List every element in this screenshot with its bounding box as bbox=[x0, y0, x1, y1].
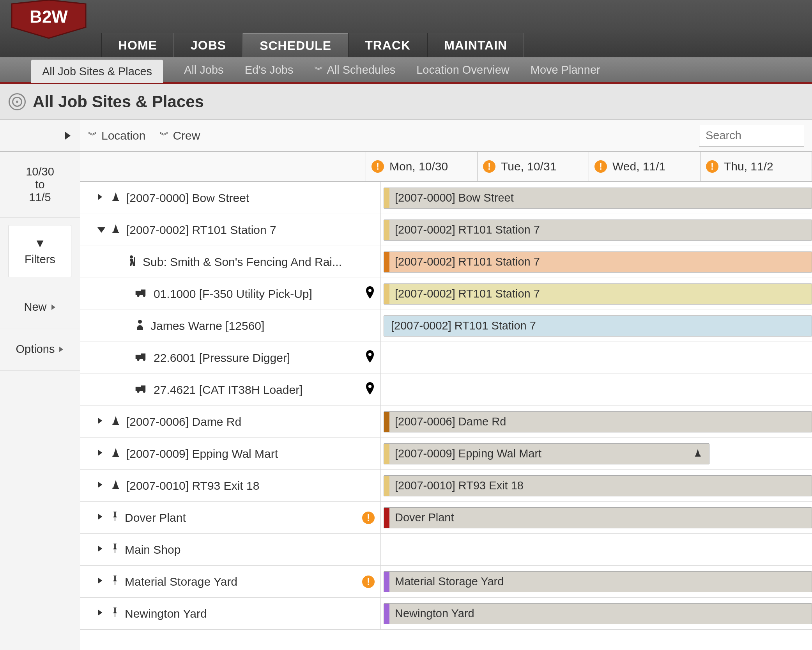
tree-cell[interactable]: [2007-0000] Bow Street bbox=[80, 182, 380, 214]
schedule-row: [2007-0006] Dame Rd[2007-0006] Dame Rd bbox=[80, 406, 812, 438]
gantt-cell: [2007-0002] RT101 Station 7 bbox=[380, 214, 812, 246]
nav-jobs[interactable]: JOBS bbox=[174, 33, 243, 57]
nav-track[interactable]: TRACK bbox=[348, 33, 427, 57]
truck-icon bbox=[135, 352, 148, 364]
day-label: Mon, 10/30 bbox=[389, 160, 448, 173]
subnav-eds-jobs[interactable]: Ed's Jobs bbox=[245, 64, 294, 76]
row-label: [2007-0010] RT93 Exit 18 bbox=[126, 479, 259, 492]
expand-toggle[interactable] bbox=[97, 193, 105, 203]
gantt-cell: Dover Plant bbox=[380, 502, 812, 533]
nav-schedule[interactable]: SCHEDULE bbox=[243, 33, 348, 57]
svg-point-2 bbox=[130, 255, 133, 259]
tree-cell[interactable]: Main Shop bbox=[80, 534, 380, 565]
tree-cell[interactable]: Sub: Smith & Son's Fencing And Rai... bbox=[80, 246, 380, 278]
bar-label: [2007-0002] RT101 Station 7 bbox=[395, 287, 540, 300]
location-pin-icon[interactable] bbox=[365, 350, 375, 366]
group-location[interactable]: ︾Location bbox=[88, 129, 145, 142]
alert-icon[interactable]: ! bbox=[362, 576, 375, 588]
schedule-row: [2007-0010] RT93 Exit 18[2007-0010] RT93… bbox=[80, 470, 812, 502]
new-button[interactable]: New bbox=[0, 286, 80, 328]
day-header[interactable]: !Wed, 11/1 bbox=[589, 152, 701, 181]
filters-button[interactable]: ▼ Filters bbox=[9, 225, 71, 277]
gantt-bar[interactable]: [2007-0000] Bow Street bbox=[384, 188, 812, 209]
chevron-right-icon bbox=[60, 347, 64, 352]
tree-cell[interactable]: Dover Plant! bbox=[80, 502, 380, 533]
options-button[interactable]: Options bbox=[0, 328, 80, 370]
expand-toggle[interactable] bbox=[97, 513, 105, 523]
tree-cell[interactable]: James Warne [12560] bbox=[80, 310, 380, 342]
tree-header-cell bbox=[80, 152, 366, 181]
gantt-bar[interactable]: Dover Plant bbox=[384, 507, 812, 528]
tree-cell[interactable]: 27.4621 [CAT IT38H Loader] bbox=[80, 374, 380, 406]
nav-maintain[interactable]: MAINTAIN bbox=[427, 33, 524, 57]
bar-label: [2007-0010] RT93 Exit 18 bbox=[395, 479, 524, 492]
tree-cell[interactable]: Newington Yard bbox=[80, 598, 380, 629]
subnav-all-sites[interactable]: All Job Sites & Places bbox=[31, 60, 163, 83]
gantt-bar[interactable]: [2007-0002] RT101 Station 7 bbox=[384, 251, 812, 273]
expand-toggle[interactable] bbox=[97, 481, 105, 491]
bar-stripe bbox=[384, 604, 389, 624]
page-header: All Job Sites & Places bbox=[0, 84, 812, 120]
subnav-move-planner[interactable]: Move Planner bbox=[531, 64, 600, 76]
sidebar-collapse[interactable] bbox=[0, 120, 80, 152]
bar-label: [2007-0000] Bow Street bbox=[395, 191, 514, 204]
bar-stripe bbox=[384, 444, 389, 464]
tree-cell[interactable]: [2007-0002] RT101 Station 7 bbox=[80, 214, 380, 246]
location-pin-icon[interactable] bbox=[365, 382, 375, 398]
svg-point-9 bbox=[138, 320, 142, 324]
tree-cell[interactable]: [2007-0010] RT93 Exit 18 bbox=[80, 470, 380, 501]
sidebar: 10/30 to 11/5 ▼ Filters New Options bbox=[0, 120, 80, 650]
expand-toggle[interactable] bbox=[97, 225, 105, 235]
row-label: [2007-0002] RT101 Station 7 bbox=[126, 223, 276, 237]
subnav-all-jobs[interactable]: All Jobs bbox=[184, 64, 224, 76]
group-crew[interactable]: ︾Crew bbox=[159, 129, 200, 142]
chevron-down-icon: ︾ bbox=[88, 133, 97, 138]
expand-toggle[interactable] bbox=[97, 417, 105, 427]
gantt-bar[interactable]: [2007-0002] RT101 Station 7 bbox=[384, 283, 812, 305]
bar-label: [2007-0002] RT101 Station 7 bbox=[395, 223, 540, 236]
truck-icon bbox=[135, 288, 148, 300]
subnav-location-overview[interactable]: Location Overview bbox=[416, 64, 509, 76]
cone-icon bbox=[111, 415, 121, 428]
gantt-bar[interactable]: [2007-0002] RT101 Station 7 bbox=[384, 220, 812, 241]
schedule-row: James Warne [12560][2007-0002] RT101 Sta… bbox=[80, 310, 812, 342]
gantt-bar[interactable]: [2007-0009] Epping Wal Mart bbox=[384, 443, 709, 464]
gantt-bar[interactable]: [2007-0010] RT93 Exit 18 bbox=[384, 475, 812, 496]
gantt-bar[interactable]: [2007-0002] RT101 Station 7 bbox=[384, 315, 812, 337]
tree-cell[interactable]: Material Storage Yard! bbox=[80, 566, 380, 597]
schedule-toolbar: ︾Location ︾Crew bbox=[80, 120, 812, 152]
expand-toggle[interactable] bbox=[97, 449, 105, 459]
expand-toggle[interactable] bbox=[97, 545, 105, 555]
gantt-bar[interactable]: Material Storage Yard bbox=[384, 571, 812, 592]
gantt-cell: [2007-0002] RT101 Station 7 bbox=[380, 246, 812, 278]
svg-point-7 bbox=[143, 294, 145, 297]
location-pin-icon[interactable] bbox=[365, 286, 375, 302]
expand-toggle[interactable] bbox=[97, 577, 105, 587]
header-bar: B2W HOME JOBS SCHEDULE TRACK MAINTAIN bbox=[0, 0, 812, 57]
svg-point-17 bbox=[137, 390, 140, 393]
day-header[interactable]: !Thu, 11/2 bbox=[701, 152, 812, 181]
gantt-cell: [2007-0002] RT101 Station 7 bbox=[380, 278, 812, 310]
bar-stripe bbox=[384, 412, 389, 432]
pin-icon bbox=[111, 607, 119, 620]
gantt-cell: Newington Yard bbox=[380, 598, 812, 629]
subnav-all-schedules[interactable]: ︾All Schedules bbox=[314, 64, 395, 76]
bar-stripe bbox=[384, 476, 389, 496]
tree-cell[interactable]: 22.6001 [Pressure Digger] bbox=[80, 342, 380, 374]
tree-cell[interactable]: [2007-0006] Dame Rd bbox=[80, 406, 380, 437]
search-input[interactable] bbox=[699, 125, 804, 147]
gantt-bar[interactable]: Newington Yard bbox=[384, 603, 812, 624]
schedule-row: 22.6001 [Pressure Digger] bbox=[80, 342, 812, 374]
bar-stripe bbox=[384, 220, 389, 240]
date-range[interactable]: 10/30 to 11/5 bbox=[0, 152, 80, 218]
tree-cell[interactable]: 01.1000 [F-350 Utility Pick-Up] bbox=[80, 278, 380, 310]
day-header[interactable]: !Tue, 10/31 bbox=[478, 152, 589, 181]
target-icon bbox=[9, 93, 26, 110]
nav-home[interactable]: HOME bbox=[101, 33, 174, 57]
gantt-cell: Material Storage Yard bbox=[380, 566, 812, 597]
tree-cell[interactable]: [2007-0009] Epping Wal Mart bbox=[80, 438, 380, 469]
gantt-bar[interactable]: [2007-0006] Dame Rd bbox=[384, 411, 812, 432]
alert-icon[interactable]: ! bbox=[362, 512, 375, 524]
expand-toggle[interactable] bbox=[97, 609, 105, 619]
day-header[interactable]: !Mon, 10/30 bbox=[366, 152, 478, 181]
